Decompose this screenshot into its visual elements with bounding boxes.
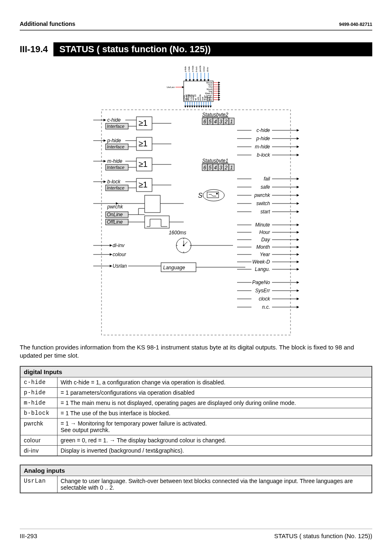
svg-rect-109 [145,195,160,213]
svg-text:Interface: Interface [107,185,125,190]
svg-text:≥1: ≥1 [138,160,148,169]
svg-text:pwrchk: pwrchk [107,204,123,210]
diagram: STATUS 98 p-hidec-hidem-hideb-lockpwrchk… [89,65,303,336]
svg-text:PageNo: PageNo [252,280,270,285]
body-paragraph: The function provides information from t… [20,343,372,360]
svg-text:colour: colour [203,66,205,72]
svg-text:6: 6 [203,119,206,125]
small-status-block: STATUS 98 p-hidec-hidem-hideb-lockpwrchk… [167,65,220,107]
svg-text:p-hide: p-hide [256,136,270,141]
svg-text:5: 5 [209,119,212,125]
table-header: Analog inputs [20,465,372,476]
header-right: 9499-040-82711 [339,22,372,27]
svg-text:≥1: ≥1 [138,139,148,148]
page-footer: III-293 STATUS ( status function (No. 12… [20,529,372,539]
svg-text:OffLine: OffLine [107,219,123,225]
section-number: III-19.4 [20,42,53,56]
svg-text:4: 4 [214,165,217,171]
svg-text:1: 1 [230,119,233,125]
digital-inputs-table: digital Inputs c-hideWith c-hide = 1, a … [20,366,372,456]
svg-text:Statusbyte1: Statusbyte1 [202,158,228,164]
svg-text:1600ms: 1600ms [169,230,187,236]
svg-text:colour: colour [113,252,127,257]
svg-text:Interface: Interface [107,144,125,149]
clock-icon [176,238,233,253]
svg-text:Langu.: Langu. [255,266,270,272]
svg-text:di-inv: di-inv [206,67,209,72]
svg-point-162 [216,193,218,194]
svg-text:b-lock: b-lock [107,179,121,185]
page-header: Additional functions 9499-040-82711 [20,21,372,31]
svg-text:Statusbyte2: Statusbyte2 [202,112,228,118]
svg-text:Day: Day [261,237,270,243]
svg-text:b-lock: b-lock [195,66,198,72]
svg-text:m-hide: m-hide [191,65,194,72]
svg-text:Minute: Minute [255,222,270,228]
svg-text:Interface: Interface [107,124,125,129]
svg-text:S: S [198,192,203,199]
svg-text:≥1: ≥1 [138,180,148,189]
svg-text:p-hide: p-hide [107,138,121,143]
svg-text:OnLine: OnLine [107,212,123,217]
svg-text:start: start [261,209,270,215]
svg-text:6: 6 [203,165,206,171]
table-header: digital Inputs [20,366,372,377]
svg-text:Interface: Interface [107,165,125,170]
svg-text:≥1: ≥1 [138,118,148,127]
analog-inputs-table: Analog inputs UsrLanChange to user langu… [20,465,372,493]
svg-text:2: 2 [224,119,228,125]
svg-text:safe: safe [261,184,270,190]
svg-text:3: 3 [219,119,222,125]
svg-text:pwrchk: pwrchk [199,65,201,72]
header-left: Additional functions [20,21,75,27]
svg-text:Week-D: Week-D [252,259,270,265]
svg-text:c-hide: c-hide [188,66,190,72]
svg-text:m-hide: m-hide [255,144,270,150]
svg-text:p-hide: p-hide [184,66,187,72]
svg-text:Language: Language [163,265,185,271]
svg-text:pwrchk: pwrchk [254,192,270,198]
svg-text:m-hide: m-hide [107,158,122,164]
footer-left: III-293 [20,532,37,539]
svg-text:4: 4 [214,119,217,125]
svg-text:n.c.: n.c. [262,304,270,310]
svg-text:Usrlan: Usrlan [113,263,127,269]
svg-text:2: 2 [224,165,228,171]
svg-text:c-hide: c-hide [256,127,270,133]
svg-text:clock: clock [259,296,270,302]
section-heading: III-19.4 STATUS ( status function (No. 1… [20,42,372,56]
svg-text:Hour: Hour [259,229,270,235]
svg-text:3: 3 [219,165,222,171]
svg-text:Year: Year [260,252,270,257]
footer-right: STATUS ( status function (No. 125)) [274,532,372,539]
svg-text:c-hide: c-hide [107,117,121,123]
svg-text:b-lock: b-lock [257,152,270,158]
section-title: STATUS ( status function (No. 125)) [53,42,372,56]
svg-text:di-inv: di-inv [113,243,125,248]
svg-text:UsrLan: UsrLan [167,86,175,88]
svg-text:1: 1 [230,165,233,171]
svg-text:fail: fail [264,176,270,182]
svg-text:Month: Month [256,244,270,250]
svg-text:5: 5 [209,165,212,171]
svg-text:SysErr: SysErr [206,99,212,101]
svg-text:SysErr: SysErr [255,288,270,294]
svg-text:switch: switch [256,201,270,206]
